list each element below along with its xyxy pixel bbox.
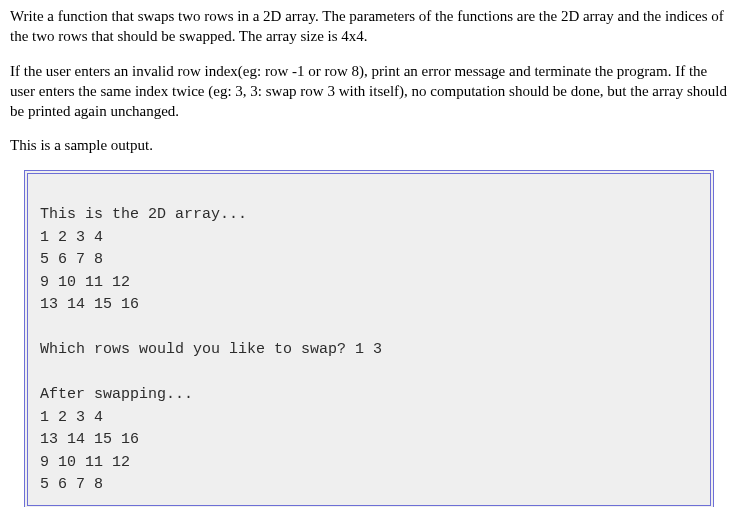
- sample-output-label: This is a sample output.: [10, 135, 728, 155]
- output-header: This is the 2D array...: [40, 206, 247, 223]
- array-row-1: 5 6 7 8: [40, 251, 103, 268]
- array-row-2: 9 10 11 12: [40, 274, 130, 291]
- sample-output-box: This is the 2D array... 1 2 3 4 5 6 7 8 …: [24, 170, 714, 508]
- problem-paragraph-2: If the user enters an invalid row index(…: [10, 61, 728, 122]
- swap-prompt: Which rows would you like to swap? 1 3: [40, 341, 382, 358]
- after-swap-label: After swapping...: [40, 386, 193, 403]
- array-row-3: 13 14 15 16: [40, 296, 139, 313]
- after-row-0: 1 2 3 4: [40, 409, 103, 426]
- after-row-2: 9 10 11 12: [40, 454, 130, 471]
- problem-paragraph-1: Write a function that swaps two rows in …: [10, 6, 728, 47]
- after-row-1: 13 14 15 16: [40, 431, 139, 448]
- after-row-3: 5 6 7 8: [40, 476, 103, 493]
- array-row-0: 1 2 3 4: [40, 229, 103, 246]
